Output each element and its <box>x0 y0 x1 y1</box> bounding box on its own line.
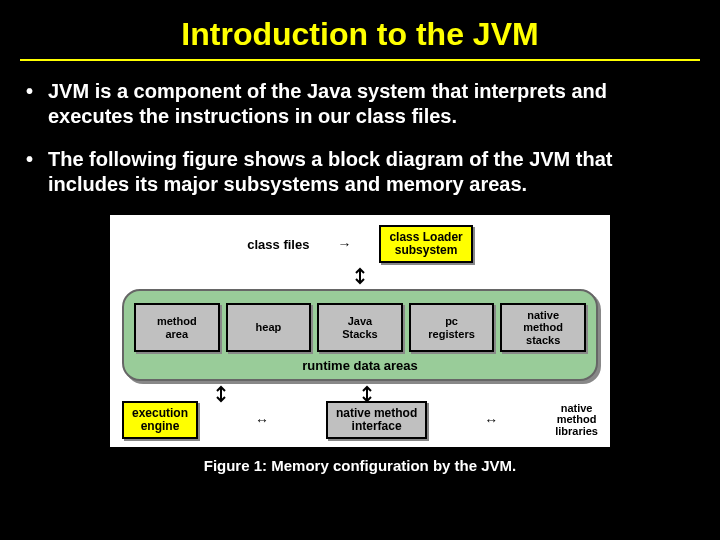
title-underline <box>20 59 700 61</box>
bullet-list: JVM is a component of the Java system th… <box>20 79 700 197</box>
native-method-interface-box: native method interface <box>326 401 427 439</box>
execution-engine-box: execution engine <box>122 401 198 439</box>
class-files-label: class files <box>247 237 309 252</box>
pc-registers-box: pc registers <box>409 303 495 351</box>
runtime-data-areas: method area heap Java Stacks pc register… <box>122 289 598 380</box>
slide: Introduction to the JVM JVM is a compone… <box>0 0 720 540</box>
bullet-item: JVM is a component of the Java system th… <box>26 79 694 129</box>
arrow-bi-icon <box>214 385 228 403</box>
runtime-label: runtime data areas <box>134 358 586 375</box>
heap-box: heap <box>226 303 312 351</box>
jvm-diagram: class files → class Loader subsystem met… <box>110 215 610 447</box>
native-method-libraries-label: native method libraries <box>555 403 598 438</box>
arrow-bi-h-icon: ↔ <box>484 413 498 427</box>
arrow-right-icon: → <box>337 237 351 251</box>
class-loader-box: class Loader subsystem <box>379 225 472 263</box>
slide-title: Introduction to the JVM <box>20 16 700 53</box>
java-stacks-box: Java Stacks <box>317 303 403 351</box>
method-area-box: method area <box>134 303 220 351</box>
arrow-down-icon <box>118 267 602 285</box>
bullet-item: The following figure shows a block diagr… <box>26 147 694 197</box>
figure-caption: Figure 1: Memory configuration by the JV… <box>20 457 700 474</box>
arrow-bi-h-icon: ↔ <box>255 413 269 427</box>
native-method-stacks-box: native method stacks <box>500 303 586 351</box>
